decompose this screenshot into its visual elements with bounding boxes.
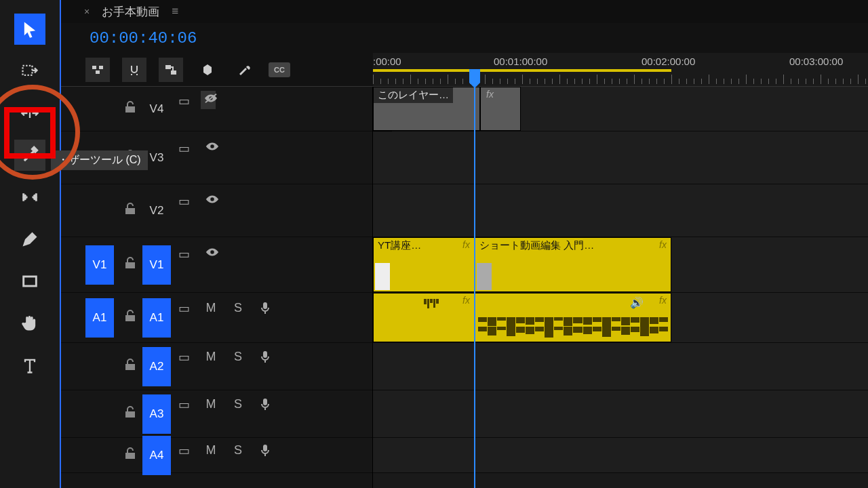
fx-label: fx [462, 295, 470, 306]
svg-rect-5 [96, 70, 100, 74]
svg-rect-12 [263, 445, 267, 451]
track-target-a2[interactable]: A2 [142, 347, 171, 386]
lock-icon[interactable] [123, 309, 137, 326]
visibility-icon[interactable] [205, 247, 220, 261]
voiceover-icon[interactable] [258, 350, 273, 367]
strip-icon[interactable]: ▭ [176, 397, 191, 412]
audio-clip-b[interactable]: fx 🔊 [475, 293, 671, 342]
svg-rect-10 [263, 351, 267, 358]
lock-icon[interactable] [123, 358, 137, 375]
strip-icon[interactable]: ▭ [176, 247, 191, 262]
solo-button[interactable]: S [231, 397, 245, 411]
svg-rect-9 [263, 302, 267, 309]
audio-waveform [475, 327, 671, 339]
ripple-edit-tool[interactable] [14, 98, 45, 129]
lane-a2[interactable] [373, 343, 868, 390]
track-target-a1[interactable]: A1 [142, 298, 171, 338]
clip-short-video[interactable]: ショート動画編集 入門… fx [475, 237, 671, 292]
track-target-v1[interactable]: V1 [142, 245, 171, 285]
rectangle-tool[interactable] [14, 266, 45, 297]
fx-label: fx [659, 295, 667, 306]
mute-button[interactable]: M [203, 443, 218, 458]
track-header-v1[interactable]: V1 V1 ▭ [61, 237, 372, 293]
time-ruler[interactable]: :00:0000:01:00:0000:02:00:0000:03:00:00 [373, 53, 868, 87]
strip-icon[interactable]: ▭ [176, 301, 191, 316]
source-patch-v1[interactable]: V1 [85, 245, 114, 285]
svg-rect-3 [92, 66, 96, 69]
lane-a1[interactable]: fx fx 🔊 [373, 293, 868, 343]
track-header-v2[interactable]: V2 ▭ [61, 184, 372, 237]
track-target-a3[interactable]: A3 [142, 394, 171, 434]
visibility-icon[interactable] [205, 194, 220, 208]
fx-label: fx [462, 239, 470, 250]
solo-button[interactable]: S [231, 301, 245, 315]
lock-icon[interactable] [123, 202, 137, 219]
voiceover-icon[interactable] [258, 443, 273, 460]
slip-tool[interactable] [14, 182, 45, 213]
clip-yt-lecture[interactable]: YT講座… fx [373, 237, 475, 292]
marker-button[interactable] [195, 58, 220, 82]
linked-selection-button[interactable] [159, 58, 183, 82]
mute-button[interactable]: M [203, 397, 218, 411]
snap-button[interactable] [122, 58, 146, 82]
clip-label: ショート動画編集 入門… [475, 238, 598, 253]
track-label: V4 [142, 89, 171, 129]
lane-a4[interactable] [373, 438, 868, 473]
lane-v1[interactable]: YT講座… fx ショート動画編集 入門… fx [373, 237, 868, 293]
lane-a3[interactable] [373, 390, 868, 438]
clip-fx[interactable]: fx [480, 87, 521, 131]
visibility-icon[interactable] [205, 141, 220, 155]
clip-layer[interactable]: このレイヤー… [373, 87, 480, 131]
razor-tool[interactable] [14, 140, 45, 171]
hand-tool[interactable] [14, 308, 45, 339]
svg-rect-4 [99, 66, 103, 69]
close-panel-icon[interactable]: × [84, 6, 90, 17]
lane-v3[interactable] [373, 131, 868, 184]
playhead[interactable] [474, 87, 475, 488]
svg-rect-0 [23, 66, 33, 75]
strip-icon[interactable]: ▭ [176, 141, 191, 156]
strip-icon[interactable]: ▭ [176, 443, 191, 458]
panel-menu-icon[interactable]: ≡ [172, 5, 178, 18]
insert-mode-button[interactable] [85, 58, 110, 82]
track-header-a2[interactable]: A2 ▭ M S [61, 343, 372, 390]
solo-button[interactable]: S [231, 443, 245, 458]
mute-button[interactable]: M [203, 350, 218, 364]
fx-label: fx [486, 89, 494, 100]
pen-tool[interactable] [14, 224, 45, 255]
voiceover-icon[interactable] [258, 397, 273, 414]
timeline-content[interactable]: :00:0000:01:00:0000:02:00:0000:03:00:00 … [373, 53, 868, 488]
ruler-time-label: :00:00 [373, 56, 401, 67]
lock-icon[interactable] [123, 447, 137, 464]
lock-icon[interactable] [123, 100, 137, 117]
svg-rect-11 [263, 399, 267, 405]
track-select-tool[interactable] [14, 56, 45, 87]
tool-palette: ・ザーツール (C) [0, 0, 61, 488]
lock-icon[interactable] [123, 256, 137, 273]
lane-v4[interactable]: このレイヤー… fx [373, 87, 868, 131]
solo-button[interactable]: S [231, 350, 245, 364]
source-patch-a1[interactable]: A1 [85, 298, 114, 338]
timeline-panel: × お手本動画 ≡ 00:00:40:06 CC V [61, 0, 868, 488]
lock-icon[interactable] [123, 405, 137, 422]
audio-clip-a[interactable]: fx [373, 293, 475, 342]
type-tool[interactable] [14, 350, 45, 381]
captions-button[interactable]: CC [269, 62, 290, 77]
lane-v2[interactable] [373, 184, 868, 237]
track-header-v4[interactable]: V4 ▭ [61, 87, 372, 131]
visibility-off-icon[interactable] [201, 91, 216, 109]
track-header-a1[interactable]: A1 A1 ▭ M S [61, 293, 372, 343]
track-header-a3[interactable]: A3 ▭ M S [61, 390, 372, 438]
playhead-handle[interactable] [469, 69, 480, 83]
track-header-a4[interactable]: A4 ▭ M S [61, 438, 372, 473]
settings-button[interactable] [232, 58, 256, 82]
voiceover-icon[interactable] [258, 301, 273, 318]
track-target-a4[interactable]: A4 [142, 436, 171, 475]
strip-icon[interactable]: ▭ [176, 194, 191, 209]
selection-tool[interactable] [14, 14, 45, 45]
strip-icon[interactable]: ▭ [176, 94, 191, 108]
current-timecode[interactable]: 00:00:40:06 [90, 29, 197, 47]
mute-button[interactable]: M [203, 301, 218, 315]
strip-icon[interactable]: ▭ [176, 350, 191, 365]
tool-tooltip: ・ザーツール (C) [51, 150, 148, 170]
